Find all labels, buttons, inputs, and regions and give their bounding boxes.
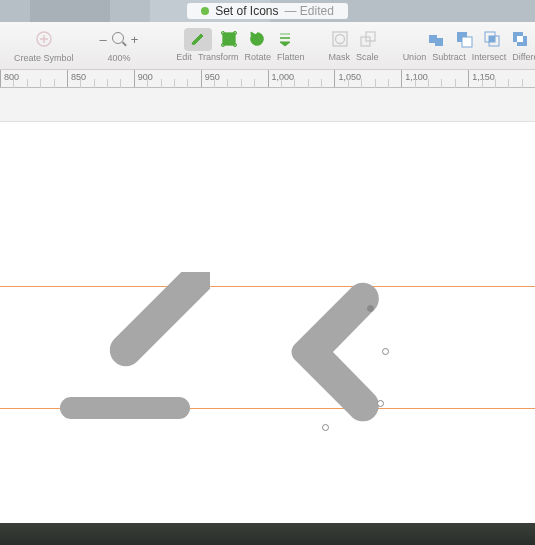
ruler-tick-minor (80, 79, 81, 88)
ruler-tick-major: 1,100 (401, 70, 402, 87)
zoom-level-label: 400% (107, 53, 130, 63)
ruler-tick-minor (482, 79, 483, 88)
edit-button[interactable] (184, 28, 212, 51)
zoom-in-button[interactable]: + (131, 32, 139, 47)
transform-button[interactable] (218, 28, 240, 50)
difference-button[interactable] (509, 28, 531, 50)
intersect-button[interactable] (481, 28, 503, 50)
svg-rect-14 (489, 36, 495, 42)
canvas[interactable] (0, 122, 535, 523)
mask-label: Mask (329, 52, 351, 62)
artboard-margin-top (0, 88, 535, 122)
boolean-ops-group: Union Subtract Intersect Difference (403, 26, 535, 62)
ruler-tick-label: 850 (71, 72, 86, 82)
transform-label: Transform (198, 52, 239, 62)
ruler-tick-minor (308, 79, 309, 88)
subtract-label: Subtract (432, 52, 466, 62)
union-button[interactable] (425, 28, 447, 50)
ruler-tick-major: 1,150 (468, 70, 469, 87)
ruler-tick-major: 850 (67, 70, 68, 87)
shape-angle-underline[interactable] (30, 272, 210, 432)
horizontal-ruler[interactable]: 8008509009501,0001,0501,1001,1501,200 (0, 70, 535, 88)
ruler-tick-major: 900 (134, 70, 135, 87)
vector-point[interactable] (382, 348, 389, 355)
ruler-tick-minor (241, 79, 242, 88)
document-name: Set of Icons (215, 4, 278, 18)
ruler-tick-minor (254, 79, 255, 88)
ruler-tick-label: 1,150 (472, 72, 495, 82)
ruler-tick-label: 950 (205, 72, 220, 82)
ruler-tick-minor (348, 79, 349, 88)
ruler-tick-minor (120, 79, 121, 88)
svg-rect-1 (223, 33, 235, 45)
ruler-tick-minor (415, 79, 416, 88)
ruler-tick-minor (187, 79, 188, 88)
rotate-label: Rotate (245, 52, 272, 62)
vector-point-selected[interactable] (367, 305, 374, 312)
zoom-magnifier-icon[interactable] (111, 31, 127, 47)
subtract-button[interactable] (453, 28, 475, 50)
ruler-tick-minor (227, 79, 228, 88)
ruler-tick-major: 1,050 (334, 70, 335, 87)
svg-rect-11 (462, 37, 472, 47)
intersect-label: Intersect (472, 52, 507, 62)
ruler-tick-minor (107, 79, 108, 88)
window-title: Set of Icons — Edited (187, 3, 348, 19)
ruler-tick-major: 950 (201, 70, 202, 87)
ruler-tick-minor (522, 79, 523, 88)
ruler-tick-major: 1,000 (268, 70, 269, 87)
create-symbol-label: Create Symbol (14, 53, 74, 63)
scale-button[interactable] (357, 28, 379, 50)
create-symbol-icon[interactable] (33, 28, 55, 50)
ruler-tick-label: 1,000 (272, 72, 295, 82)
union-label: Union (403, 52, 427, 62)
ruler-tick-minor (147, 79, 148, 88)
title-bar: Set of Icons — Edited (0, 0, 535, 22)
ruler-tick-minor (40, 79, 41, 88)
edit-pencil-icon (187, 28, 209, 50)
ruler-tick-minor (94, 79, 95, 88)
ruler-tick-label: 1,100 (405, 72, 428, 82)
vector-point[interactable] (322, 424, 329, 431)
ruler-tick-minor (455, 79, 456, 88)
svg-rect-20 (103, 272, 210, 373)
ruler-tick-minor (508, 79, 509, 88)
svg-point-7 (335, 35, 344, 44)
flatten-button[interactable] (274, 28, 296, 50)
ruler-tick-minor (294, 79, 295, 88)
ruler-tick-minor (161, 79, 162, 88)
ruler-tick-label: 1,050 (338, 72, 361, 82)
ruler-tick-major: 800 (0, 70, 1, 87)
shape-chevron-left[interactable] (275, 280, 395, 430)
zoom-group: – + 400% (100, 26, 139, 63)
ruler-tick-minor (54, 79, 55, 88)
mask-button[interactable] (329, 28, 351, 50)
ruler-tick-minor (388, 79, 389, 88)
ruler-tick-minor (13, 79, 14, 88)
vector-point[interactable] (377, 400, 384, 407)
ruler-tick-minor (281, 79, 282, 88)
document-state: — Edited (285, 4, 334, 18)
ruler-tick-minor (495, 79, 496, 88)
ruler-tick-minor (27, 79, 28, 88)
difference-label: Difference (512, 52, 535, 62)
ruler-tick-label: 800 (4, 72, 19, 82)
zoom-out-button[interactable]: – (100, 32, 107, 47)
toolbar: Create Symbol – + 400% (0, 22, 535, 70)
scale-label: Scale (356, 52, 379, 62)
ruler-tick-minor (375, 79, 376, 88)
mask-scale-group: Mask Scale (329, 26, 379, 62)
ruler-tick-minor (214, 79, 215, 88)
ruler-tick-minor (321, 79, 322, 88)
path-tools-group: Edit Transform Rotate Flatten (176, 26, 304, 62)
svg-rect-21 (60, 397, 190, 419)
rotate-button[interactable] (246, 28, 268, 50)
ruler-tick-minor (174, 79, 175, 88)
document-proxy-icon (201, 7, 209, 15)
svg-rect-17 (517, 36, 523, 42)
create-symbol-group: Create Symbol (14, 26, 74, 63)
flatten-label: Flatten (277, 52, 305, 62)
ruler-tick-label: 900 (138, 72, 153, 82)
ruler-tick-minor (361, 79, 362, 88)
ruler-tick-minor (428, 79, 429, 88)
